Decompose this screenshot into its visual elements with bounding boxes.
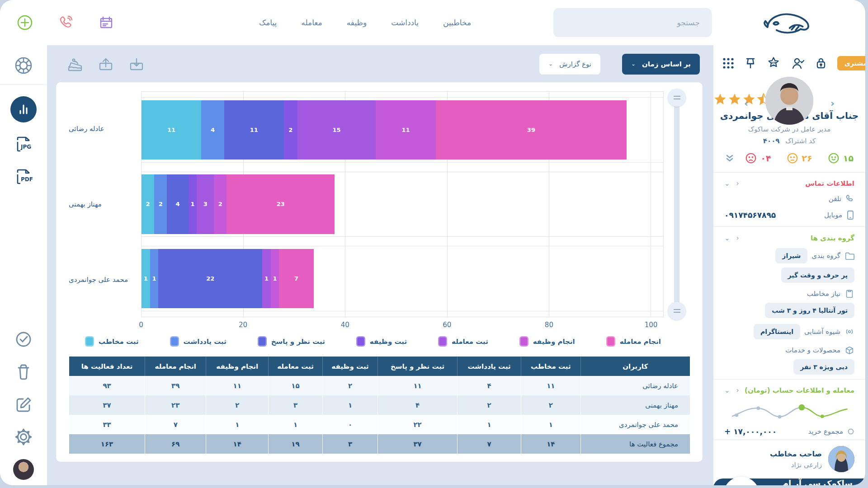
nav-item-3[interactable]: معامله bbox=[301, 18, 322, 27]
download-icon[interactable] bbox=[127, 55, 146, 73]
chevron-down-icon: ⌄ bbox=[548, 61, 553, 66]
nav-item-1[interactable]: یادداشت bbox=[391, 18, 419, 27]
phone-call-icon[interactable] bbox=[57, 14, 74, 31]
bar-segment: 23 bbox=[226, 174, 335, 234]
bar-segment-value: 1 bbox=[264, 275, 269, 282]
chevron-down-icon[interactable]: ⌄ bbox=[724, 234, 730, 242]
chevron-down-icon[interactable]: ⌄ bbox=[724, 386, 730, 394]
nav-item-4[interactable]: پیامک bbox=[259, 18, 277, 27]
lock-icon[interactable] bbox=[816, 57, 826, 70]
planner-icon[interactable] bbox=[98, 14, 115, 31]
legend-item[interactable]: ثبت وظیفه bbox=[356, 336, 407, 347]
bar-segment: 3 bbox=[197, 174, 214, 234]
legend-item[interactable]: ثبت نظر و پاسخ bbox=[258, 336, 325, 347]
pin-icon[interactable] bbox=[745, 57, 756, 70]
clipboard-icon bbox=[844, 289, 854, 299]
table-value-cell: ۱۱ bbox=[521, 376, 580, 395]
pdf-export-icon[interactable]: PDF bbox=[13, 167, 34, 188]
chevron-left-icon[interactable]: ‹ bbox=[744, 98, 748, 109]
trash-icon[interactable] bbox=[13, 361, 34, 382]
wheel-icon[interactable] bbox=[0, 45, 47, 84]
upload-icon[interactable] bbox=[97, 55, 115, 73]
cake-icon[interactable] bbox=[66, 55, 84, 73]
legend-item[interactable]: انجام وظیفه bbox=[519, 336, 575, 347]
vip-star-icon[interactable]: VIP bbox=[767, 56, 780, 70]
person-check-icon[interactable] bbox=[791, 57, 805, 70]
chevron-left-icon[interactable]: ‹ bbox=[736, 386, 739, 394]
mood-count: ۱۵ bbox=[843, 153, 854, 163]
chevron-down-icon[interactable]: ⌄ bbox=[724, 179, 730, 188]
contact-avatar-zone: ‹ › bbox=[713, 77, 865, 89]
x-tick-label: 60 bbox=[443, 321, 451, 329]
contact-code: کد اشتراک ۴۰۰۹ bbox=[713, 137, 865, 145]
bar-segment-value: 39 bbox=[527, 127, 535, 133]
chart-plot-area: 114112151139224132231122117 bbox=[141, 91, 664, 317]
contact-panel: VIP مشتری ‹ bbox=[713, 45, 865, 485]
folder-icon bbox=[844, 251, 854, 261]
group-tag[interactable]: شیراز bbox=[775, 248, 807, 263]
brand-footer: ساکوک سی آر ام bbox=[713, 479, 865, 485]
time-filter-button[interactable]: بر اساس زمان ⌄ bbox=[622, 54, 700, 75]
chart-scrollbar bbox=[664, 91, 690, 317]
user-avatar[interactable] bbox=[13, 459, 34, 480]
group-tag[interactable]: دبی ویژه ۳ نفر bbox=[793, 359, 854, 375]
table-total-value: ۱۹ bbox=[269, 434, 323, 454]
group-tag[interactable]: تور آنتالیا ۴ روز و ۳ شب bbox=[765, 303, 854, 318]
bar-segment-value: 11 bbox=[401, 127, 410, 133]
table-total-value: ۱۴ bbox=[521, 434, 580, 454]
bar-segment: 2 bbox=[154, 174, 167, 234]
jpg-export-icon[interactable]: JPG bbox=[13, 134, 34, 155]
group-tag[interactable]: پر حرف و وقت گیر bbox=[781, 267, 854, 283]
table-value-cell: ۲۲ bbox=[378, 415, 458, 434]
gear-icon[interactable] bbox=[13, 427, 34, 447]
table-total-label: مجموع فعالیت ها bbox=[580, 434, 690, 454]
bar-segment: 4 bbox=[167, 174, 188, 234]
report-type-dropdown[interactable]: نوع گزارش ⌄ bbox=[539, 54, 600, 75]
chart-category-label: مهناز بهمنی bbox=[69, 167, 141, 242]
stacked-bar: 22413223 bbox=[142, 174, 335, 234]
chevron-right-icon[interactable]: › bbox=[830, 98, 835, 109]
folder-label: گروه بندی bbox=[811, 251, 854, 261]
bar-segment: 1 bbox=[262, 249, 271, 308]
legend-item[interactable]: ثبت یادداشت bbox=[170, 336, 226, 347]
search-input[interactable]: جستجو bbox=[553, 8, 712, 37]
group-tag[interactable]: اینستاگرام bbox=[754, 324, 800, 339]
table-total-value: ۱۶۳ bbox=[69, 434, 145, 454]
table-value-cell: ۱ bbox=[322, 395, 377, 415]
grid-icon[interactable] bbox=[722, 57, 734, 69]
scrollbar-handle-bottom[interactable] bbox=[668, 302, 686, 320]
chart-row-band: 1122117 bbox=[142, 246, 663, 311]
mobile-value: ۰۹۱۷۴۵۶۷۸۹۵ bbox=[724, 211, 776, 220]
customer-badge[interactable]: مشتری bbox=[837, 56, 865, 70]
phone-label: تلفن bbox=[829, 195, 841, 203]
mood-neutral: ۲۶ bbox=[787, 152, 812, 164]
contact-photo bbox=[765, 77, 813, 125]
table-value-cell: ۱۵ bbox=[269, 376, 323, 395]
bar-segment: 1 bbox=[142, 249, 150, 308]
table-value-cell: ۱ bbox=[206, 415, 269, 434]
add-icon[interactable] bbox=[16, 14, 33, 31]
double-chevron-down-icon[interactable] bbox=[725, 154, 734, 163]
contact-role: مدیر عامل در شرکت ساکوک bbox=[713, 125, 865, 133]
nav-item-2[interactable]: وظیفه bbox=[347, 18, 367, 27]
check-circle-icon[interactable] bbox=[13, 329, 34, 350]
nav-item-0[interactable]: مخاطبین bbox=[443, 18, 471, 27]
legend-item[interactable]: ثبت معامله bbox=[438, 336, 488, 347]
stacked-bar: 114112151139 bbox=[142, 100, 627, 160]
chevron-left-icon[interactable]: ‹ bbox=[736, 234, 739, 242]
scrollbar-track[interactable] bbox=[674, 98, 679, 311]
bar-segment: 11 bbox=[376, 100, 435, 160]
bar-segment: 15 bbox=[297, 100, 376, 160]
bar-chart-icon[interactable] bbox=[10, 96, 37, 122]
legend-swatch bbox=[606, 336, 615, 347]
scrollbar-handle-top[interactable] bbox=[668, 89, 686, 107]
owner-section: صاحب مخاطب زارعی نژاد bbox=[713, 440, 865, 479]
chart-row-band: 22413223 bbox=[142, 172, 663, 237]
legend-item[interactable]: انجام معامله bbox=[606, 336, 661, 347]
table-value-cell: ۲۳ bbox=[145, 395, 206, 415]
bar-segment-value: 15 bbox=[333, 127, 341, 133]
edit-icon[interactable] bbox=[13, 394, 34, 415]
purchase-value: + ۱۷,۰۰۰,۰۰۰ bbox=[724, 427, 777, 436]
chevron-left-icon[interactable]: ‹ bbox=[736, 179, 739, 188]
legend-item[interactable]: ثبت مخاطب bbox=[85, 336, 139, 347]
